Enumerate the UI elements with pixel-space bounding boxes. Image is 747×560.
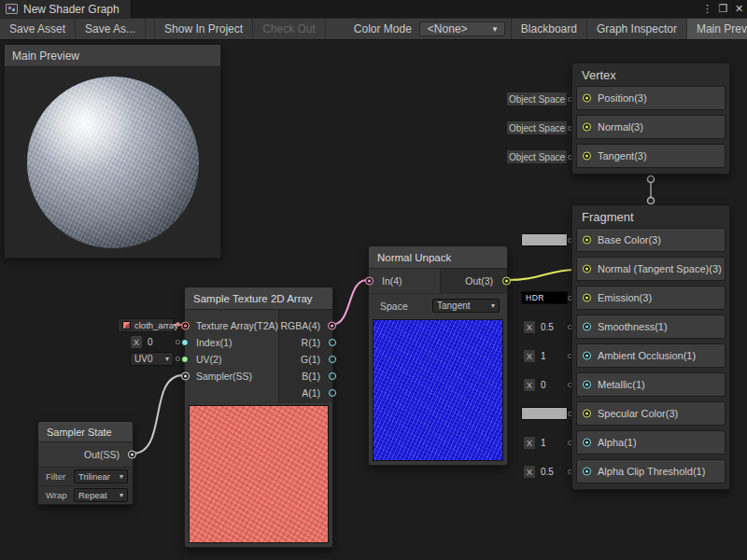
graph-canvas[interactable]: Main Preview Vertex Position(3) Normal(3… [0,40,747,560]
smoothness-float-field[interactable]: X 0.5 [523,320,567,334]
edge-out-to-normal[interactable] [507,270,577,280]
wrap-dropdown[interactable]: Repeat ▾ [74,488,128,502]
uv-channel-dropdown[interactable]: UV0 ▾ [130,352,174,366]
edge-samplerstate-to-sampler[interactable] [133,375,183,454]
b-output-port[interactable] [329,372,336,380]
g-output-port[interactable] [329,356,336,363]
base-color-input-port[interactable] [583,236,591,245]
metallic-input-port[interactable] [583,381,591,389]
window-menu-icon[interactable]: ⋮ [699,0,715,18]
sampler-input-port[interactable] [181,372,190,381]
block-smoothness[interactable]: Smoothness(1) [576,315,726,339]
sampler-state-node[interactable]: Sampler State Out(SS) Filter Trilinear ▾… [37,421,134,505]
block-normal-tangent-space[interactable]: Normal (Tangent Space)(3) [576,257,726,281]
color-mode-dropdown[interactable]: <None> ▼ [419,21,505,36]
block-position[interactable]: Position(3) [576,86,726,110]
tangent-input-port[interactable] [583,152,591,161]
smoothness-input-port[interactable] [583,323,591,331]
r-output-port[interactable] [329,339,336,346]
graph-inspector-toggle-button[interactable]: Graph Inspector [587,19,687,39]
float-value[interactable]: 0 [142,335,174,349]
port-label: Out(3) [465,275,493,287]
filter-dropdown[interactable]: Trilinear ▾ [74,469,128,483]
in-input-port[interactable] [365,277,374,286]
normal-input-port[interactable] [583,123,591,132]
blackboard-toggle-button[interactable]: Blackboard [511,19,587,39]
vertex-stack-connector-port[interactable] [648,176,655,183]
save-asset-button[interactable]: Save Asset [0,19,76,39]
vertex-node-title[interactable]: Vertex [576,63,726,86]
block-alpha[interactable]: Alpha(1) [576,430,726,455]
block-label: Alpha(1) [598,437,637,448]
block-label: Normal(3) [598,121,643,133]
position-input-port[interactable] [583,94,591,103]
normal-tangent-input-port[interactable] [583,265,591,273]
float-value[interactable]: 1 [535,349,567,363]
alpha-input-port[interactable] [583,439,591,447]
block-alpha-clip-threshold[interactable]: Alpha Clip Threshold(1) [576,459,726,483]
emission-hdr-field[interactable]: HDR [521,291,568,304]
block-specular-color[interactable]: Specular Color(3) [576,401,726,426]
normal-unpack-node[interactable]: Normal Unpack In(4) Out(3) Space Tangent… [368,245,508,466]
float-value[interactable]: 0.5 [535,320,567,334]
ambient-occlusion-float-field[interactable]: X 1 [523,349,567,363]
fragment-node-title[interactable]: Fragment [576,205,726,228]
index-float-field[interactable]: X 0 [130,335,174,349]
uv-input-port[interactable] [181,356,189,363]
normal-unpack-node-title[interactable]: Normal Unpack [369,246,507,269]
base-color-swatch[interactable] [521,233,568,246]
texture-array-object-field[interactable]: cloth_array [118,318,174,332]
main-preview-panel[interactable]: Main Preview [4,44,221,259]
block-emission[interactable]: Emission(3) [576,286,726,310]
widget-link-dot [176,322,180,327]
alpha-float-field[interactable]: X 1 [523,436,567,450]
block-tangent[interactable]: Tangent(3) [576,144,726,168]
sample-texture-2d-array-node[interactable]: Sample Texture 2D Array Texture Array(T2… [184,287,333,548]
position-space-dropdown[interactable]: Object Space [506,91,568,106]
block-ambient-occlusion[interactable]: Ambient Occlusion(1) [576,343,726,368]
normal-space-dropdown[interactable]: Object Space [506,120,568,135]
sample-texture-node-title[interactable]: Sample Texture 2D Array [185,287,332,310]
block-label: Base Color(3) [598,234,661,245]
specular-color-swatch[interactable] [521,407,568,420]
metallic-float-field[interactable]: X 0 [523,378,567,392]
chevron-down-icon: ▾ [491,301,495,310]
space-value: Tangent [437,301,471,311]
axis-label: X [523,436,535,450]
block-metallic[interactable]: Metallic(1) [576,372,726,397]
sampler-state-node-title[interactable]: Sampler State [38,422,133,442]
output-row-g: G(1) [279,351,332,368]
save-as-button[interactable]: Save As... [76,19,146,39]
emission-input-port[interactable] [583,294,591,302]
edge-rgba-to-in[interactable] [331,280,367,325]
document-tab[interactable]: New Shader Graph [0,0,132,18]
fragment-stack-connector-port[interactable] [648,198,655,204]
alpha-clip-input-port[interactable] [583,468,591,476]
ambient-occlusion-input-port[interactable] [583,352,591,360]
chevron-down-icon: ▼ [491,25,499,34]
main-preview-panel-title[interactable]: Main Preview [5,45,220,67]
rgba-output-port[interactable] [328,322,336,330]
texture-array-input-port[interactable] [181,322,190,330]
space-dropdown[interactable]: Tangent ▾ [432,299,500,313]
index-input-port[interactable] [181,339,189,346]
specular-color-input-port[interactable] [583,410,591,418]
fragment-node[interactable]: Fragment Base Color(3) Normal (Tangent S… [571,204,730,490]
close-icon[interactable]: ✕ [731,0,747,18]
tab-title: New Shader Graph [23,3,120,16]
float-value[interactable]: 0.5 [535,465,567,479]
float-value[interactable]: 0 [535,378,567,392]
port-label: B(1) [302,371,320,382]
alpha-clip-float-field[interactable]: X 0.5 [523,465,567,479]
vertex-node[interactable]: Vertex Position(3) Normal(3) Tangent(3) [571,63,730,175]
tangent-space-dropdown[interactable]: Object Space [506,149,568,164]
main-preview-toggle-button[interactable]: Main Preview [687,19,747,39]
show-in-project-button[interactable]: Show In Project [154,19,253,39]
block-base-color[interactable]: Base Color(3) [576,228,726,252]
float-value[interactable]: 1 [535,436,567,450]
maximize-icon[interactable]: ❒ [715,0,731,18]
out-output-port[interactable] [502,277,511,286]
a-output-port[interactable] [329,389,336,397]
out-ss-output-port[interactable] [128,451,136,459]
block-normal[interactable]: Normal(3) [576,115,726,139]
